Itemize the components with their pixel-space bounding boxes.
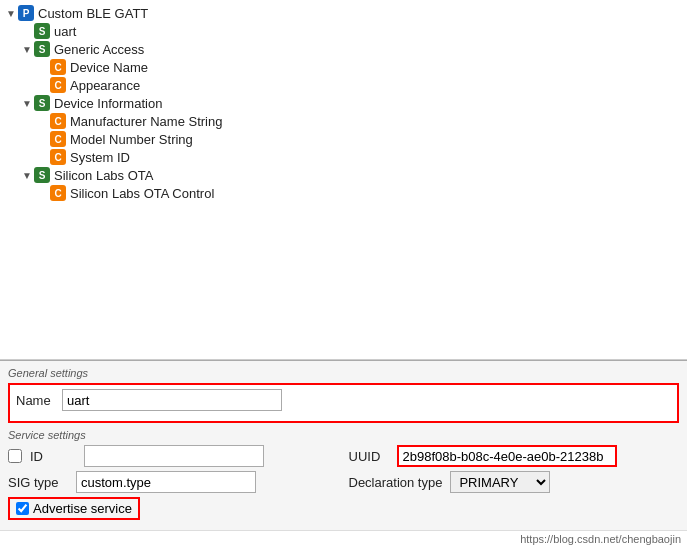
badge-c: C (50, 185, 66, 201)
sig-type-label: SIG type (8, 475, 62, 490)
badge-s: S (34, 41, 50, 57)
chevron-icon: ▼ (20, 98, 34, 109)
badge-c: C (50, 59, 66, 75)
tree-item-appearance[interactable]: CAppearance (0, 76, 687, 94)
tree-label: uart (54, 24, 76, 39)
sig-type-row: SIG type (8, 471, 339, 493)
sig-type-input[interactable] (76, 471, 256, 493)
tree-item-device-info[interactable]: ▼SDevice Information (0, 94, 687, 112)
bottom-area: General settings Name Service settings I… (0, 360, 687, 547)
name-label: Name (16, 393, 56, 408)
id-input[interactable] (84, 445, 264, 467)
tree-label: Generic Access (54, 42, 144, 57)
tree-label: Device Information (54, 96, 162, 111)
uuid-input[interactable] (397, 445, 617, 467)
tree-item-generic-access[interactable]: ▼SGeneric Access (0, 40, 687, 58)
tree-item-mfr-name[interactable]: CManufacturer Name String (0, 112, 687, 130)
decl-type-select[interactable]: PRIMARYSECONDARY (450, 471, 550, 493)
name-row: Name (16, 389, 671, 411)
service-settings-title: Service settings (8, 429, 679, 441)
tree-item-system-id[interactable]: CSystem ID (0, 148, 687, 166)
chevron-icon: ▼ (20, 170, 34, 181)
tree-item-uart[interactable]: Suart (0, 22, 687, 40)
uuid-row: UUID (349, 445, 680, 467)
id-label: ID (30, 449, 70, 464)
tree-label: Silicon Labs OTA (54, 168, 153, 183)
settings-panel: General settings Name Service settings I… (0, 360, 687, 530)
advertise-label[interactable]: Advertise service (8, 497, 140, 520)
uuid-label: UUID (349, 449, 389, 464)
name-input[interactable] (62, 389, 282, 411)
tree-label: Appearance (70, 78, 140, 93)
service-settings-right: UUID Declaration type PRIMARYSECONDARY (349, 445, 680, 524)
badge-c: C (50, 77, 66, 93)
tree-label: Silicon Labs OTA Control (70, 186, 214, 201)
tree-item-silicon-ota-ctrl[interactable]: CSilicon Labs OTA Control (0, 184, 687, 202)
decl-type-label: Declaration type (349, 475, 443, 490)
id-checkbox[interactable] (8, 449, 22, 463)
tree-item-device-name[interactable]: CDevice Name (0, 58, 687, 76)
tree-label: System ID (70, 150, 130, 165)
advertise-text: Advertise service (33, 501, 132, 516)
decl-type-row: Declaration type PRIMARYSECONDARY (349, 471, 680, 493)
tree-panel[interactable]: ▼PCustom BLE GATTSuart▼SGeneric AccessCD… (0, 0, 687, 360)
id-row: ID (8, 445, 339, 467)
service-settings-content: ID SIG type Advertise service UUID (8, 445, 679, 524)
tree-item-root[interactable]: ▼PCustom BLE GATT (0, 4, 687, 22)
badge-s: S (34, 23, 50, 39)
badge-s: S (34, 95, 50, 111)
tree-label: Manufacturer Name String (70, 114, 222, 129)
general-settings-title: General settings (8, 367, 679, 379)
badge-p: P (18, 5, 34, 21)
badge-c: C (50, 113, 66, 129)
badge-s: S (34, 167, 50, 183)
tree-item-silicon-ota[interactable]: ▼SSilicon Labs OTA (0, 166, 687, 184)
chevron-icon: ▼ (20, 44, 34, 55)
chevron-icon: ▼ (4, 8, 18, 19)
tree-label: Model Number String (70, 132, 193, 147)
advertise-row: Advertise service (8, 497, 339, 520)
url-bar: https://blog.csdn.net/chengbaojin (0, 530, 687, 547)
tree-item-model-num[interactable]: CModel Number String (0, 130, 687, 148)
tree-label: Device Name (70, 60, 148, 75)
tree-label: Custom BLE GATT (38, 6, 148, 21)
badge-c: C (50, 131, 66, 147)
badge-c: C (50, 149, 66, 165)
advertise-checkbox[interactable] (16, 502, 29, 515)
service-settings-left: ID SIG type Advertise service (8, 445, 339, 524)
general-settings-box: Name (8, 383, 679, 423)
